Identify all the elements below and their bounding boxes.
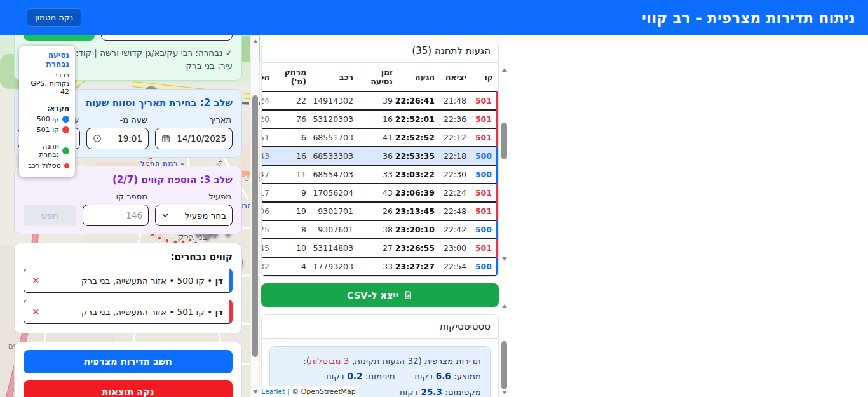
line-number: 500 [470, 220, 497, 239]
arrivals-title: הגעות לתחנה (35) [262, 39, 498, 63]
remove-line-icon[interactable]: ✕ [31, 306, 41, 318]
scroll-up-arrow-icon[interactable] [502, 304, 507, 308]
vehicle-id: 17793203 [310, 257, 357, 276]
arrival-row[interactable]: 50123:0023:26:5527531148031006:45 [261, 239, 497, 257]
remove-line-icon[interactable]: ✕ [31, 275, 41, 286]
column-header: רכב [310, 63, 357, 91]
arrival-time: 23:20:10 [397, 220, 438, 239]
route-dot-icon [64, 163, 69, 168]
arrival-time: 23:27:27 [397, 257, 438, 276]
travel-time: 26 [357, 202, 397, 220]
arrival-row[interactable]: 50121:4822:26:4139149143022208:24 [261, 91, 497, 110]
table-scrollbar[interactable] [500, 65, 509, 264]
column-header: הפרש [261, 63, 273, 91]
clear-results-button[interactable]: נקה תוצאות [24, 380, 233, 397]
line-color-dot-icon [62, 116, 69, 123]
header-bar: ניתוח תדירות מצרפית - רב קווי נקה מטמון [0, 0, 868, 35]
departure-time: 22:18 [438, 147, 470, 165]
operator-value: בחר מפעיל [185, 210, 226, 220]
column-scrollbar[interactable] [500, 300, 509, 397]
arrival-row[interactable]: 50022:3023:03:2233685547031109:47 [261, 165, 497, 184]
page-title: ניתוח תדירות מצרפית - רב קווי [642, 10, 855, 26]
statistics-title: סטטיסטיקות [262, 315, 498, 339]
arrival-row[interactable]: 50022:1822:53:3536685333031600:43 [261, 147, 497, 165]
scrollbar-thumb[interactable] [252, 95, 258, 357]
legend-station-item: תחנה נבחרת [25, 142, 69, 159]
distance-m: 16 [273, 147, 310, 165]
arrival-row[interactable]: 50122:3622:52:0116531203037625:20 [261, 110, 497, 128]
export-csv-button[interactable]: ייצא ל-CSV [261, 283, 499, 307]
legend-gps-count: נקודות GPS: 42 [25, 79, 69, 96]
arrival-time: 22:52:01 [397, 110, 438, 128]
scroll-down-arrow-icon[interactable] [253, 390, 258, 394]
scroll-down-arrow-icon[interactable] [502, 391, 507, 394]
arrival-time: 22:52:52 [397, 128, 438, 147]
time-from-label: שעה מ- [86, 115, 149, 124]
line-number: 501 [470, 110, 497, 128]
line-search-button[interactable]: חפש [24, 205, 76, 226]
line-number-label: מספר קו [83, 192, 149, 201]
departure-time: 22:36 [438, 110, 470, 128]
panel-scrollbar[interactable] [250, 36, 259, 397]
stat-maximum: מקסימום: 25.3 דקות [400, 387, 481, 397]
distance-m: 4 [273, 257, 310, 276]
line-number: 500 [470, 257, 497, 276]
arrival-row[interactable]: 50022:5423:27:273317793203400:32 [261, 257, 497, 276]
line-number-input[interactable] [83, 205, 149, 226]
distance-m: 10 [273, 239, 310, 257]
map-legend: נסיעה נבחרת רכב: נקודות GPS: 42 מקרא: קו… [19, 46, 75, 177]
arrival-row[interactable]: 50122:4823:13:452693017011907:06 [261, 202, 497, 220]
arrival-time: 22:53:35 [397, 147, 438, 165]
vehicle-id: 14914302 [310, 91, 357, 110]
distance-m: 11 [273, 165, 310, 184]
scrollbar-thumb[interactable] [501, 341, 507, 389]
arrivals-card: הגעות לתחנה (35) קויציאההגעהזמן נסיעהרכב… [261, 39, 499, 277]
statistics-line: תדירות מצרפית (32 הגעות תקינות, 3 מבוטלו… [279, 353, 481, 368]
vehicle-id: 68533303 [310, 147, 357, 165]
line-number: 501 [470, 184, 497, 202]
selected-line-item[interactable]: דן • קו 501 • אזור התעשייה, בני ברק✕ [24, 300, 233, 324]
arrival-row[interactable]: 50122:1222:52:524168551703600:51 [261, 128, 497, 147]
arrivals-table: קויציאההגעהזמן נסיעהרכבמרחק (מ')הפרש 501… [261, 63, 498, 276]
scroll-up-arrow-icon[interactable] [253, 39, 258, 43]
distance-m: 22 [273, 91, 310, 110]
scrollbar-thumb[interactable] [501, 123, 507, 159]
vehicle-id: 53114803 [310, 239, 357, 257]
legend-key-label: מקרא: [25, 104, 69, 112]
legend-line-label: קו 500 [37, 115, 59, 123]
departure-time: 22:24 [438, 184, 470, 202]
station-search-button[interactable]: חפש תחנה [24, 35, 95, 41]
station-code-input[interactable] [101, 35, 233, 41]
distance-m: 8 [273, 220, 310, 239]
arrival-time: 22:26:41 [397, 91, 438, 110]
line-number: 501 [470, 239, 497, 257]
headway: 06:25 [261, 220, 273, 239]
date-input[interactable]: 14/10/2025 [155, 128, 233, 149]
line-number: 500 [470, 147, 497, 165]
arrival-row[interactable]: 50022:4223:20:10389307601806:25 [261, 220, 497, 239]
distance-m: 6 [273, 128, 310, 147]
calculate-frequency-button[interactable]: חשב תדירות מצרפית [24, 350, 233, 373]
vehicle-id: 9301701 [310, 202, 357, 220]
arrival-time: 23:03:22 [397, 165, 438, 184]
departure-time: 22:48 [438, 202, 470, 220]
headway: 00:43 [261, 147, 273, 165]
actions-card: חשב תדירות מצרפית נקה תוצאות [14, 342, 242, 397]
scroll-up-arrow-icon[interactable] [502, 68, 507, 72]
time-from-input[interactable]: 19:01 [86, 128, 149, 149]
headway: 06:45 [261, 239, 273, 257]
legend-station-label: תחנה נבחרת [25, 142, 59, 159]
legend-route-item: מסלול רכב [25, 161, 69, 170]
clear-cache-button[interactable]: נקה מטמון [27, 8, 81, 27]
vehicle-id: 9307601 [310, 220, 357, 239]
arrival-row[interactable]: 50122:2423:06:394317056204903:17 [261, 184, 497, 202]
arrival-time: 23:13:45 [397, 202, 438, 220]
column-header: מרחק (מ') [273, 63, 310, 91]
leaflet-link[interactable]: Leaflet [261, 387, 285, 396]
selected-line-item[interactable]: דן • קו 500 • אזור התעשייה, בני ברק✕ [24, 269, 233, 293]
operator-select[interactable]: בחר מפעיל [155, 205, 233, 226]
selected-line-label: דן • קו 500 • אזור התעשייה, בני ברק [81, 276, 223, 286]
scroll-down-arrow-icon[interactable] [502, 257, 507, 261]
clock-icon [93, 134, 102, 143]
legend-divider [25, 100, 69, 100]
